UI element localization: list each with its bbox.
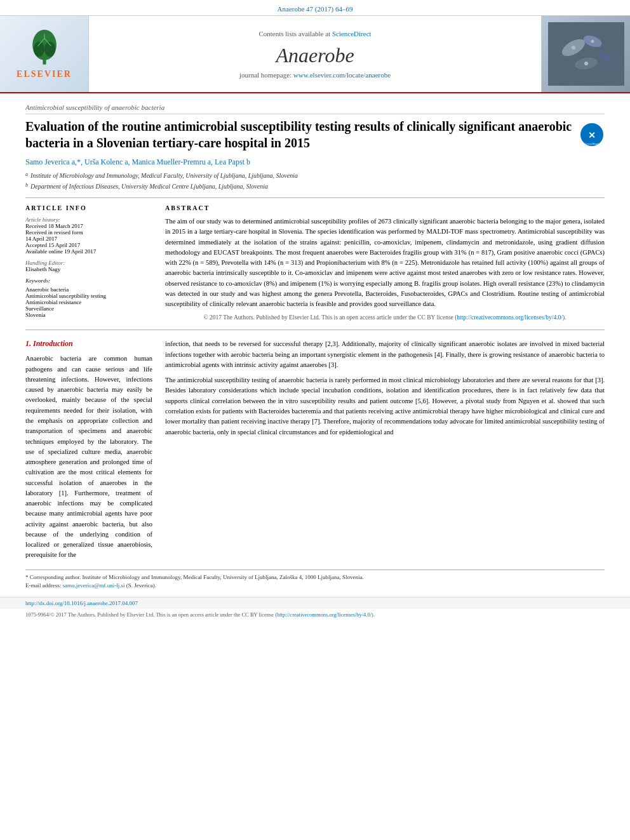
- elsevier-logo-area: ELSEVIER: [0, 16, 89, 92]
- received-revised-date: 14 April 2017: [25, 236, 152, 242]
- science-direct-label: Contents lists available at ScienceDirec…: [258, 30, 371, 37]
- article-section-tag: Antimicrobial susceptibility of anaerobi…: [25, 103, 605, 114]
- license-url[interactable]: http://creativecommons.org/licenses/by/4…: [277, 611, 372, 618]
- intro-left-text: Anaerobic bacteria are common human path…: [25, 354, 152, 560]
- keyword-5: Slovenia: [25, 312, 152, 318]
- doi-link[interactable]: http://dx.doi.org/10.1016/j.anaerobe.201…: [25, 600, 138, 606]
- handling-editor-label: Handling Editor:: [25, 260, 152, 266]
- article-title: Evaluation of the routine antimicrobial …: [25, 118, 573, 151]
- title-row: Evaluation of the routine antimicrobial …: [25, 118, 605, 157]
- doi-bar: http://dx.doi.org/10.1016/j.anaerobe.201…: [0, 597, 630, 609]
- svg-rect-7: [548, 22, 624, 86]
- copyright-text: © 2017 The Authors. Published by Elsevie…: [165, 314, 605, 321]
- affiliation-b: b Department of Infectious Diseases, Uni…: [25, 182, 605, 191]
- abstract-heading: ABSTRACT: [165, 204, 605, 211]
- introduction-section: 1. Introduction Anaerobic bacteria are c…: [25, 339, 605, 560]
- affiliation-a: a Institute of Microbiology and Immunolo…: [25, 171, 605, 180]
- keyword-3: Antimicrobial resistance: [25, 299, 152, 305]
- elsevier-wordmark: ELSEVIER: [17, 69, 72, 79]
- top-citation-bar: Anaerobe 47 (2017) 64–69: [0, 0, 630, 15]
- journal-homepage-link[interactable]: www.elsevier.com/locate/anaerobe: [293, 71, 391, 79]
- keyword-1: Anaerobic bacteria: [25, 286, 152, 293]
- keyword-2: Antimicrobial susceptibility testing: [25, 293, 152, 299]
- keyword-4: Surveillance: [25, 305, 152, 312]
- authors-line: Samo Jeverica a,*, Urša Kolenc a, Manica…: [25, 157, 605, 167]
- journal-header: ELSEVIER Contents lists available at Sci…: [0, 15, 630, 93]
- cc-license-link[interactable]: http://creativecommons.org/licenses/by/4…: [457, 314, 563, 321]
- journal-homepage: journal homepage: www.elsevier.com/locat…: [239, 71, 391, 79]
- affiliations: a Institute of Microbiology and Immunolo…: [25, 171, 605, 191]
- keywords-section: Keywords: Anaerobic bacteria Antimicrobi…: [25, 277, 152, 318]
- received-date: Received 18 March 2017: [25, 223, 152, 229]
- page: Anaerobe 47 (2017) 64–69 ELSEVIER: [0, 0, 630, 620]
- journal-cover-image: [548, 22, 624, 86]
- svg-point-13: [591, 40, 594, 43]
- keywords-label: Keywords:: [25, 277, 152, 284]
- intro-left-column: 1. Introduction Anaerobic bacteria are c…: [25, 339, 152, 560]
- science-direct-link[interactable]: ScienceDirect: [332, 30, 372, 37]
- journal-title-area: Contents lists available at ScienceDirec…: [89, 16, 541, 92]
- handling-editor-group: Handling Editor: Elisabeth Nagy: [25, 260, 152, 272]
- section-divider: [25, 330, 605, 330]
- intro-right-column: infection, that needs to be reversed for…: [165, 339, 605, 560]
- history-label: Article history:: [25, 217, 152, 223]
- svg-point-12: [572, 46, 575, 50]
- received-revised-label: Received in revised form: [25, 229, 152, 236]
- intro-right-text-1: infection, that needs to be reversed for…: [165, 339, 605, 437]
- handling-editor-name: Elisabeth Nagy: [25, 266, 152, 272]
- article-info-heading: ARTICLE INFO: [25, 204, 152, 211]
- svg-point-3: [44, 42, 55, 57]
- journal-ref: Anaerobe 47 (2017) 64–69: [278, 5, 353, 13]
- email-link[interactable]: samo.jeverica@mf.uni-lj.si: [62, 582, 124, 589]
- main-content: Antimicrobial susceptibility of anaerobi…: [0, 93, 630, 597]
- abstract-column: ABSTRACT The aim of our study was to det…: [165, 204, 605, 321]
- svg-text:CrossMark: CrossMark: [585, 142, 600, 145]
- crossmark-logo: ✕ CrossMark: [579, 122, 605, 147]
- svg-text:✕: ✕: [588, 131, 596, 140]
- available-date: Available online 19 April 2017: [25, 248, 152, 255]
- license-text: 1075-9964/© 2017 The Authors. Published …: [25, 611, 277, 618]
- article-info-column: ARTICLE INFO Article history: Received 1…: [25, 204, 152, 321]
- svg-point-2: [33, 42, 44, 57]
- article-info-abstract-row: ARTICLE INFO Article history: Received 1…: [25, 197, 605, 321]
- article-history-group: Article history: Received 18 March 2017 …: [25, 217, 152, 255]
- accepted-date: Accepted 15 April 2017: [25, 242, 152, 248]
- svg-point-14: [584, 62, 588, 65]
- journal-name: Anaerobe: [276, 44, 354, 67]
- email-note: E-mail address: samo.jeverica@mf.uni-lj.…: [25, 582, 605, 589]
- journal-thumbnail: [541, 16, 630, 92]
- corresponding-author-note: * Corresponding author. Institute of Mic…: [25, 574, 605, 580]
- footnotes: * Corresponding author. Institute of Mic…: [25, 570, 605, 589]
- abstract-text: The aim of our study was to determined a…: [165, 217, 605, 309]
- introduction-heading: 1. Introduction: [25, 339, 152, 349]
- license-bar: 1075-9964/© 2017 The Authors. Published …: [0, 609, 630, 620]
